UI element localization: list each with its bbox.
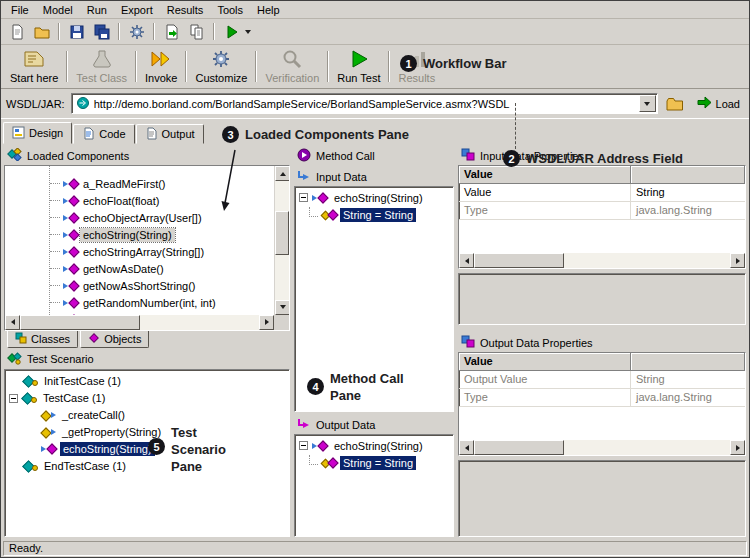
tree-item[interactable]: echoString(String) [295, 437, 453, 454]
property-value[interactable]: String [631, 184, 745, 201]
table-row[interactable]: Output Value String [459, 371, 745, 389]
scrollbar-thumb[interactable] [20, 315, 140, 330]
workflow-invoke[interactable]: Invoke [138, 46, 184, 87]
tree-item-label[interactable]: echoString(String) [331, 439, 426, 453]
scrollbar-track[interactable] [20, 315, 259, 330]
workflow-customize[interactable]: Customize [188, 46, 254, 87]
call-icon [41, 426, 55, 438]
menu-model[interactable]: Model [36, 2, 80, 18]
browse-wsdl-button[interactable] [664, 93, 687, 115]
tree-item[interactable]: EndTestCase (1) [5, 458, 289, 475]
vertical-scrollbar[interactable] [274, 166, 289, 315]
tree-item-selected[interactable]: String = String [295, 454, 453, 471]
menu-run[interactable]: Run [80, 2, 114, 18]
scroll-left-button[interactable] [459, 253, 474, 268]
collapse-toggle[interactable] [299, 441, 308, 450]
menu-help[interactable]: Help [250, 2, 287, 18]
tree-item-label[interactable]: EndTestCase (1) [41, 459, 129, 473]
tree-item-label[interactable]: getNowAsDate() [80, 262, 167, 276]
tree-item[interactable]: getRandomNumber(int, int) [50, 294, 274, 311]
tree-item-label[interactable]: echoString(String) [80, 228, 175, 242]
horizontal-scrollbar[interactable] [459, 440, 745, 455]
tree-item[interactable]: getNowAsShortString() [50, 277, 274, 294]
table-row[interactable]: Type java.lang.String [459, 202, 745, 220]
wsdl-url-text[interactable]: http://demo.borland.com/BorlandSampleSer… [94, 98, 635, 110]
load-button[interactable]: Load [693, 94, 744, 113]
save-icon[interactable] [65, 21, 88, 43]
annotation-number-badge: 4 [307, 378, 324, 395]
save-all-icon[interactable] [90, 21, 113, 43]
tree-item-label[interactable]: String = String [340, 208, 416, 222]
tree-item-selected[interactable]: String = String [295, 206, 453, 223]
export-report-icon[interactable] [160, 21, 183, 43]
workflow-start-here[interactable]: Start here [3, 46, 65, 87]
run-options-dropdown-icon[interactable] [245, 30, 251, 34]
tab-design[interactable]: Design [3, 122, 72, 144]
customize-toolbar-icon[interactable] [125, 21, 148, 43]
workflow-verification[interactable]: Verification [258, 46, 326, 87]
new-document-icon[interactable] [5, 21, 28, 43]
menu-file[interactable]: File [4, 2, 36, 18]
scroll-up-button[interactable] [275, 166, 290, 181]
scrollbar-thumb[interactable] [275, 211, 289, 255]
tree-item[interactable]: _createCall() [5, 407, 289, 424]
tree-item-label[interactable]: echoObjectArray(User[]) [80, 211, 205, 225]
tree-item[interactable]: getNowAsDate() [50, 260, 274, 277]
scroll-right-button[interactable] [259, 315, 274, 330]
menu-export[interactable]: Export [114, 2, 160, 18]
tab-label: Code [99, 128, 125, 140]
tree-item[interactable]: InitTestCase (1) [5, 373, 289, 390]
tree-item[interactable]: echoString(String) [295, 189, 453, 206]
tree-item-label[interactable]: echoStringArray(String[]) [80, 245, 207, 259]
scroll-right-button[interactable] [730, 440, 745, 455]
column-header[interactable] [631, 353, 745, 371]
tab-output[interactable]: Output [136, 124, 204, 144]
run-options-icon[interactable] [220, 21, 243, 43]
scroll-down-button[interactable] [275, 300, 290, 315]
tree-item-label[interactable]: echoFloat(float) [80, 194, 162, 208]
scroll-left-button[interactable] [5, 315, 20, 330]
tree-item-label[interactable]: a_ReadMeFirst() [80, 177, 169, 191]
wsdl-dropdown-button[interactable] [639, 95, 656, 112]
tree-item[interactable]: _getProperty(String) [5, 424, 289, 441]
workflow-run-test[interactable]: Run Test [330, 46, 387, 87]
column-header[interactable] [631, 166, 745, 184]
tree-item-label[interactable]: _createCall() [59, 408, 128, 422]
menu-results[interactable]: Results [160, 2, 211, 18]
scrollbar-track[interactable] [275, 181, 289, 300]
table-row[interactable]: Type java.lang.String [459, 389, 745, 407]
scrollbar-track[interactable] [474, 253, 730, 268]
tree-item-label[interactable]: TestCase (1) [40, 391, 108, 405]
tab-code[interactable]: Code [73, 124, 134, 144]
menu-tools[interactable]: Tools [210, 2, 250, 18]
open-folder-icon[interactable] [30, 21, 53, 43]
tab-objects[interactable]: Objects [80, 331, 149, 348]
tree-item-label[interactable]: echoString(String) [60, 442, 155, 456]
collapse-toggle[interactable] [299, 193, 308, 202]
copy-icon[interactable] [185, 21, 208, 43]
tree-item-label[interactable]: InitTestCase (1) [41, 374, 124, 388]
scroll-right-button[interactable] [730, 253, 745, 268]
horizontal-scrollbar[interactable] [459, 253, 745, 268]
scrollbar-track[interactable] [474, 440, 730, 455]
output-tab-icon [145, 127, 158, 142]
table-row[interactable]: Value String [459, 184, 745, 202]
column-header[interactable]: Value [459, 166, 631, 184]
tree-item[interactable]: TestCase (1) [5, 390, 289, 407]
workflow-test-class[interactable]: Test Class [69, 46, 134, 87]
tree-item-label[interactable]: echoString(String) [331, 191, 426, 205]
tree-item-label[interactable]: getNowAsShortString() [80, 279, 199, 293]
scroll-left-button[interactable] [459, 440, 474, 455]
tree-item-selected[interactable]: echoString(String) [50, 226, 274, 243]
tree-item[interactable]: echoStringArray(String[]) [50, 243, 274, 260]
tree-item-label[interactable]: getRandomNumber(int, int) [80, 296, 219, 310]
wsdl-address-field[interactable]: http://demo.borland.com/BorlandSampleSer… [71, 93, 658, 114]
scrollbar-thumb[interactable] [474, 253, 564, 268]
horizontal-scrollbar[interactable] [5, 315, 274, 330]
collapse-toggle[interactable] [9, 394, 18, 403]
column-header[interactable]: Value [459, 353, 631, 371]
tab-classes[interactable]: Classes [7, 331, 78, 348]
scrollbar-thumb[interactable] [474, 440, 564, 455]
tree-item-selected[interactable]: echoString(String) [5, 441, 289, 458]
tree-item-label[interactable]: String = String [340, 456, 416, 470]
